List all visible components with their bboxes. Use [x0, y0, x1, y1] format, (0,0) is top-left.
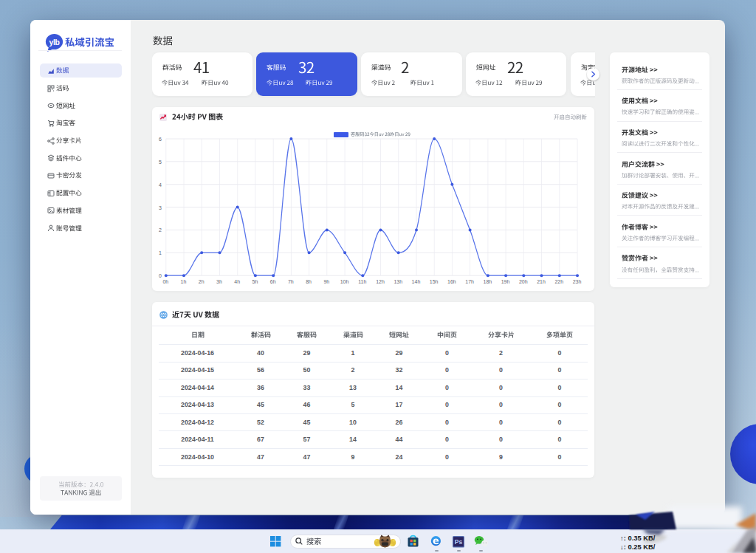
- svg-text:Ps: Ps: [455, 538, 463, 546]
